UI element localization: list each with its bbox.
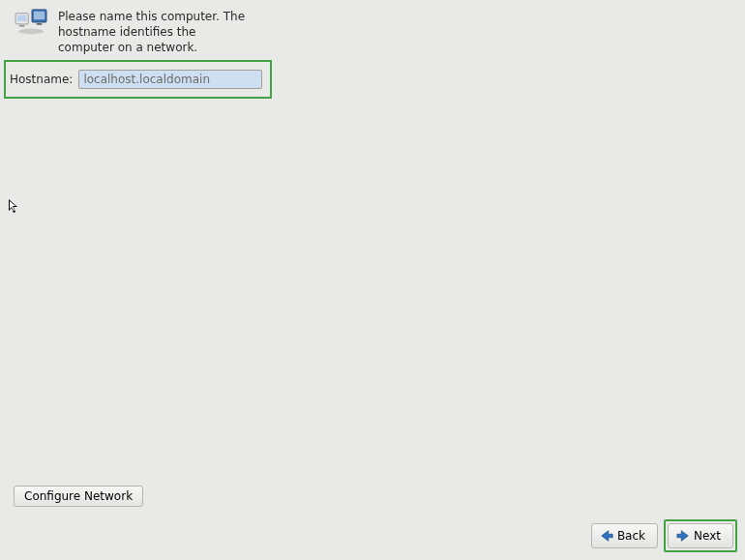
arrow-right-icon xyxy=(676,529,690,543)
next-button[interactable]: Next xyxy=(668,523,733,548)
svg-point-6 xyxy=(18,29,44,35)
mouse-cursor-icon xyxy=(9,199,20,215)
back-button[interactable]: Back xyxy=(591,523,658,548)
next-button-highlight: Next xyxy=(664,519,737,552)
arrow-left-icon xyxy=(600,529,613,543)
configure-network-button[interactable]: Configure Network xyxy=(14,486,143,507)
back-button-label: Back xyxy=(617,529,645,543)
hostname-input[interactable] xyxy=(78,70,262,89)
footer-nav: Back Next xyxy=(591,519,737,552)
network-icon xyxy=(14,8,50,37)
svg-rect-4 xyxy=(34,12,45,19)
svg-rect-2 xyxy=(19,25,25,27)
hostname-label: Hostname: xyxy=(10,73,73,86)
svg-rect-1 xyxy=(17,15,26,22)
svg-rect-5 xyxy=(37,23,43,25)
hostname-row-highlight: Hostname: xyxy=(4,60,272,99)
next-button-label: Next xyxy=(694,529,721,543)
intro-text: Please name this computer. The hostname … xyxy=(58,8,252,56)
